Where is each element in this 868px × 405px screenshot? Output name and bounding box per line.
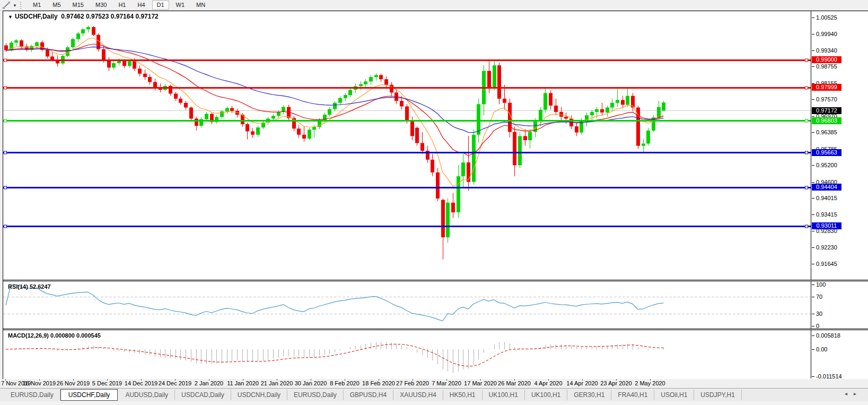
level-price-tag-0.99000: 0.99000 [812,56,841,63]
timeframe-button-m1[interactable]: M1 [28,1,46,10]
price-tick-0.96385: 0.96385 [812,128,837,136]
date-axis[interactable]: 7 Nov 201916 Nov 201926 Nov 20195 Dec 20… [0,379,868,388]
date-label-7-mar-2020: 7 Mar 2020 [428,380,465,386]
timeframe-toolbar: ▾ M1M5M15M30H1H4D1W1MN [0,0,868,11]
chart-tab-eurusd-daily[interactable]: EURUSD,Daily [287,390,344,400]
price-axis[interactable]: 1.005250.999400.993400.987550.981550.975… [811,11,868,378]
date-label-18-feb-2020: 18 Feb 2020 [360,380,397,386]
chart-ohlc-values: 0.97462 0.97523 0.97164 0.97172 [61,13,159,20]
date-label-30-jan-2020: 30 Jan 2020 [292,380,329,386]
chart-tab-usoil-h1[interactable]: USOil,H1 [654,390,694,400]
chart-tab-audusd-daily[interactable]: AUDUSD,Daily [119,390,175,400]
timeframe-button-m5[interactable]: M5 [48,1,65,10]
timeframe-button-d1[interactable]: D1 [152,1,169,10]
level-price-tag-0.96803: 0.96803 [812,117,841,124]
date-label-2-jan-2020: 2 Jan 2020 [190,380,227,386]
date-label-11-jan-2020: 11 Jan 2020 [224,380,261,386]
level-price-tag-0.93011: 0.93011 [812,222,841,229]
chart-tab-xauusd-h4[interactable]: XAUUSD,H4 [393,390,443,400]
crosshair-tool-icon[interactable] [1,1,12,10]
macd-tick-0.00: 0.00 [812,346,827,353]
price-tick-0.97570: 0.97570 [812,96,837,103]
tab-scroll-left-icon[interactable]: ◂ [845,391,854,397]
chart-tab-fra40-h1[interactable]: FRA40,H1 [611,390,654,400]
panel-splitter-macd[interactable] [3,329,868,330]
chart-tab-usdchf-daily[interactable]: USDCHF,Daily [60,389,118,401]
tab-scroll-arrows: ◂▸ [845,391,863,397]
date-label-8-feb-2020: 8 Feb 2020 [326,380,363,386]
price-tick-0.98755: 0.98755 [812,63,837,70]
date-label-21-jan-2020: 21 Jan 2020 [258,380,295,386]
price-tick-0.99940: 0.99940 [812,30,837,38]
date-label-23-apr-2020: 23 Apr 2020 [598,380,635,386]
macd-indicator-label: MACD(12,26,9) 0.000800 0.000545 [8,332,101,339]
status-strip [0,401,868,405]
date-label-2-may-2020: 2 May 2020 [632,380,669,386]
chart-tab-usdcad-daily[interactable]: USDCAD,Daily [175,390,231,400]
date-label-24-dec-2019: 24 Dec 2019 [156,380,194,386]
timeframe-button-h1[interactable]: H1 [113,1,130,10]
date-label-14-apr-2020: 14 Apr 2020 [564,380,601,386]
date-label-17-mar-2020: 17 Mar 2020 [462,380,499,386]
tab-scroll-right-icon[interactable]: ▸ [854,391,863,397]
timeframe-button-w1[interactable]: W1 [171,1,190,10]
price-tick-0.95200: 0.95200 [812,161,837,169]
timeframe-button-mn[interactable]: MN [191,1,210,10]
chart-tab-usdcnh-daily[interactable]: USDCNH,Daily [231,390,287,400]
chart-tab-eurusd-daily[interactable]: EURUSD,Daily [4,390,60,400]
date-label-4-apr-2020: 4 Apr 2020 [530,380,567,386]
date-label-27-feb-2020: 27 Feb 2020 [394,380,431,386]
tool-dropdown-caret-icon[interactable]: ▾ [12,3,18,8]
chart-tab-usdjpy-h1[interactable]: USDJPY,H1 [694,390,741,400]
chart-title: ▼USDCHF,Daily 0.97462 0.97523 0.97164 0.… [8,13,159,20]
date-label-5-dec-2019: 5 Dec 2019 [89,380,126,386]
date-label-26-nov-2019: 26 Nov 2019 [55,380,92,386]
rsi-indicator-label: RSI(14) 52.6247 [8,283,51,290]
timeframe-buttons: M1M5M15M30H1H4D1W1MN [27,1,211,10]
toolbar-grip [20,2,24,9]
timeframe-button-m15[interactable]: M15 [68,1,89,10]
price-chart-canvas[interactable] [3,11,811,378]
date-label-26-mar-2020: 26 Mar 2020 [496,380,533,386]
symbol-dropdown-icon[interactable]: ▼ [8,14,13,20]
price-tick-0.93415: 0.93415 [812,211,837,218]
price-tick-0.91645: 0.91645 [812,260,837,268]
rsi-tick-70: 70 [812,293,822,300]
timeframe-button-m30[interactable]: M30 [91,1,111,10]
price-tick-1.00525: 1.00525 [812,14,837,21]
current-price-tag: 0.97172 [812,107,841,114]
chart-tab-uk100-h1[interactable]: UK100,H1 [483,390,525,400]
date-label-16-nov-2019: 16 Nov 2019 [21,380,58,386]
level-price-tag-0.97999: 0.97999 [812,84,841,91]
price-tick-0.99340: 0.99340 [812,47,837,54]
price-tick-0.92230: 0.92230 [812,244,837,251]
rsi-tick-30: 30 [812,310,822,317]
level-price-tag-0.94404: 0.94404 [812,184,841,191]
timeframe-button-h4[interactable]: H4 [133,1,150,10]
panel-splitter-rsi[interactable] [3,280,868,281]
price-tick-0.94015: 0.94015 [812,194,837,202]
chart-window: ▼USDCHF,Daily 0.97462 0.97523 0.97164 0.… [3,11,868,380]
rsi-tick-100: 100 [812,281,826,288]
date-label-14-dec-2019: 14 Dec 2019 [122,380,160,386]
mt4-window: ▾ M1M5M15M30H1H4D1W1MN ▼USDCHF,Daily 0.9… [0,0,868,405]
chart-tab-hk50-h1[interactable]: HK50,H1 [443,390,483,400]
chart-tab-uk100-h1[interactable]: UK100,H1 [525,390,567,400]
macd-tick-0.005818: 0.005818 [812,332,840,339]
chart-tabs-bar: EURUSD,DailyUSDCHF,DailyAUDUSD,DailyUSDC… [0,388,868,401]
chart-tab-gbpusd-h4[interactable]: GBPUSD,H4 [344,390,393,400]
chart-symbol-period: USDCHF,Daily [15,13,58,20]
level-price-tag-0.95663: 0.95663 [812,149,841,156]
chart-tab-ger30-h1[interactable]: GER30,H1 [567,390,611,400]
